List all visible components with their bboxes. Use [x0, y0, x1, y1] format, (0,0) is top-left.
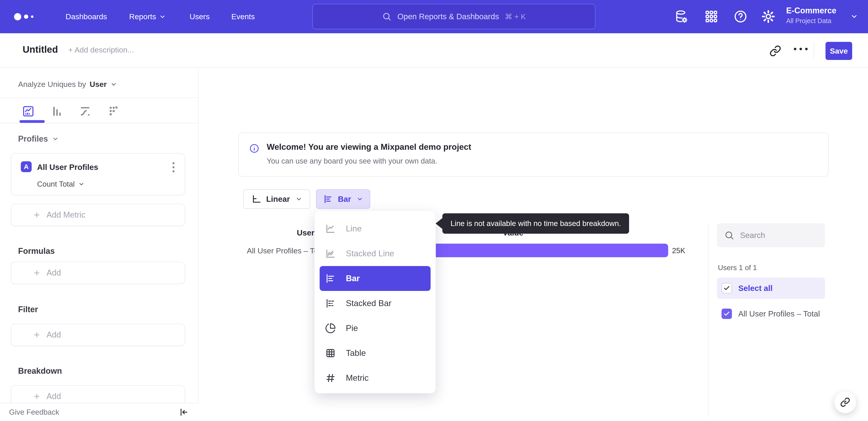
report-title[interactable]: Untitled — [23, 44, 58, 55]
dropdown-item-pie[interactable]: Pie — [315, 316, 436, 341]
metric-hash-icon — [325, 372, 336, 384]
nav-reports[interactable]: Reports — [129, 12, 166, 21]
settings-gear-icon[interactable] — [761, 9, 776, 24]
dropdown-item-label: Metric — [346, 373, 369, 383]
metric-aggregation-label: Count Total — [37, 180, 74, 189]
data-management-icon[interactable] — [674, 9, 688, 24]
stacked-line-chart-icon — [325, 248, 336, 259]
dropdown-item-label: Stacked Bar — [346, 299, 392, 308]
banner-title: Welcome! You are viewing a Mixpanel demo… — [267, 142, 471, 152]
dropdown-item-stacked-line[interactable]: Stacked Line — [315, 241, 436, 266]
breakdown-header: Breakdown — [18, 366, 62, 376]
link-icon — [840, 397, 850, 407]
dropdown-item-line[interactable]: Line — [315, 216, 436, 241]
profiles-label: Profiles — [18, 134, 48, 144]
metric-kebab-icon[interactable] — [171, 161, 176, 174]
formulas-header: Formulas — [18, 246, 55, 256]
metric-badge: A — [21, 161, 32, 172]
bar-chart-icon — [323, 194, 333, 204]
chevron-down-icon — [52, 136, 59, 142]
sidebar-divider — [0, 97, 198, 98]
nav-reports-label: Reports — [129, 12, 156, 21]
builder-tabs — [0, 103, 198, 123]
apps-grid-icon[interactable] — [704, 9, 719, 24]
select-all-label: Select all — [738, 284, 773, 293]
chevron-down-icon — [850, 13, 858, 20]
table-icon — [325, 348, 336, 359]
project-switcher[interactable]: E-Commerce All Project Data — [786, 6, 836, 25]
tab-retention-icon[interactable] — [107, 105, 120, 118]
plus-icon: + — [34, 210, 40, 220]
add-breakdown-label: Add — [46, 392, 61, 401]
legend-item-label: All User Profiles – Total — [738, 309, 820, 318]
report-header: Untitled + Add description... Save — [0, 33, 868, 68]
analyze-prefix: Analyze Uniques by — [18, 80, 86, 89]
chevron-down-icon — [356, 196, 363, 202]
nav-dashboards[interactable]: Dashboards — [66, 12, 107, 21]
filter-header: Filter — [18, 305, 38, 314]
metric-card: A All User Profiles Count Total — [11, 153, 185, 195]
search-icon — [724, 230, 734, 240]
copy-link-icon[interactable] — [770, 45, 781, 57]
tab-insights-icon[interactable] — [22, 105, 35, 118]
legend-item-row[interactable]: All User Profiles – Total — [717, 305, 825, 323]
profiles-section-header[interactable]: Profiles — [18, 134, 59, 144]
tooltip-text: Line is not available with no time based… — [442, 213, 629, 234]
dropdown-item-label: Stacked Line — [346, 249, 394, 258]
add-formula-label: Add — [46, 268, 61, 278]
scale-selector[interactable]: Linear — [243, 189, 310, 209]
chevron-down-icon — [78, 181, 85, 187]
dropdown-item-label: Line — [346, 224, 362, 233]
select-all-row[interactable]: Select all — [717, 278, 825, 299]
help-icon[interactable] — [733, 9, 748, 24]
metric-aggregation[interactable]: Count Total — [37, 180, 85, 189]
project-scope: All Project Data — [786, 17, 836, 25]
legend-search-input[interactable] — [740, 231, 817, 240]
scale-label: Linear — [266, 195, 290, 204]
analyze-uniques-row: Analyze Uniques by User — [18, 80, 117, 89]
select-all-checkbox[interactable] — [721, 283, 732, 293]
save-button[interactable]: Save — [826, 42, 852, 60]
dropdown-item-stacked-bar[interactable]: Stacked Bar — [315, 291, 436, 316]
plus-icon: + — [34, 391, 40, 401]
legend-item-checkbox[interactable] — [721, 309, 732, 319]
metric-name[interactable]: All User Profiles — [37, 163, 98, 172]
chevron-down-icon[interactable] — [110, 81, 117, 88]
pie-chart-icon — [325, 323, 336, 334]
add-filter-label: Add — [46, 330, 61, 340]
chevron-down-icon — [159, 13, 166, 20]
linear-scale-icon — [251, 194, 261, 204]
add-filter-button[interactable]: + Add — [11, 324, 185, 346]
legend-divider — [708, 223, 708, 417]
add-metric-label: Add Metric — [46, 210, 86, 220]
search-shortcut: ⌘ + K — [505, 12, 526, 21]
tooltip-arrow — [436, 218, 442, 229]
give-feedback-link[interactable]: Give Feedback — [9, 408, 59, 417]
add-formula-button[interactable]: + Add — [11, 262, 185, 284]
analyze-value[interactable]: User — [90, 80, 107, 89]
add-description[interactable]: + Add description... — [68, 46, 134, 54]
share-link-fab[interactable] — [834, 391, 856, 413]
tab-flows-icon[interactable] — [79, 105, 92, 118]
dropdown-item-metric[interactable]: Metric — [315, 366, 436, 390]
more-options-icon[interactable] — [794, 48, 808, 50]
chart-bar-value: 25K — [672, 246, 685, 255]
banner-subtitle: You can use any board you see with your … — [267, 157, 437, 165]
plus-icon: + — [34, 268, 40, 278]
nav-users[interactable]: Users — [189, 12, 210, 21]
legend-search[interactable] — [717, 223, 825, 247]
tab-funnels-icon[interactable] — [50, 105, 63, 118]
chart-type-dropdown: Line Stacked Line Bar Stacked Bar Pie Ta… — [314, 210, 436, 393]
demo-banner: Welcome! You are viewing a Mixpanel demo… — [238, 132, 829, 177]
chart-type-selector[interactable]: Bar — [316, 189, 370, 209]
collapse-sidebar-icon[interactable] — [179, 407, 188, 417]
active-tab-underline — [20, 120, 45, 123]
global-search[interactable]: Open Reports & Dashboards ⌘ + K — [312, 4, 595, 29]
dropdown-item-table[interactable]: Table — [315, 341, 436, 366]
dropdown-item-label: Table — [346, 348, 366, 358]
nav-events[interactable]: Events — [231, 12, 255, 21]
dropdown-item-bar[interactable]: Bar — [320, 266, 431, 291]
add-metric-button[interactable]: + Add Metric — [11, 204, 185, 226]
line-chart-icon — [325, 223, 336, 234]
sidebar-footer: Give Feedback — [0, 403, 198, 421]
